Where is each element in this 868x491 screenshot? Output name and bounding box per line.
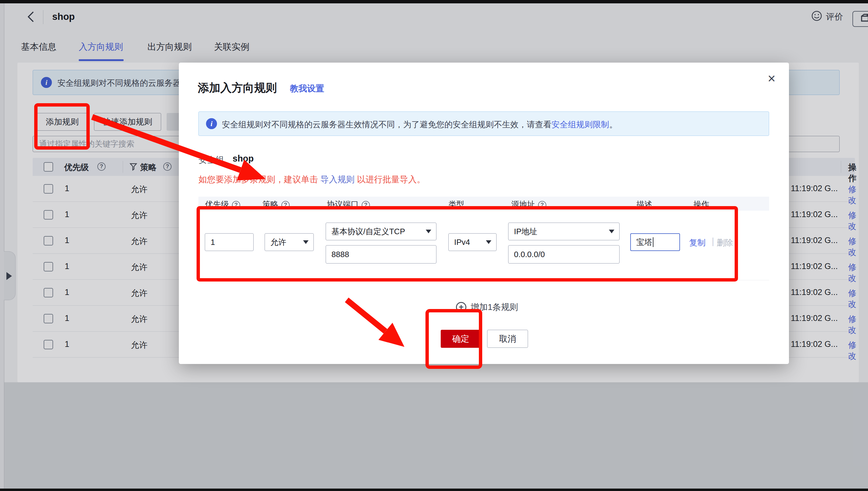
warning-prefix: 如您要添加多条规则，建议单击	[198, 175, 320, 184]
multi-rule-warning: 如您要添加多条规则，建议单击 导入规则 以进行批量导入。	[198, 174, 426, 185]
screen: shop 评价 基本信息 入方向规则 出方向规则 关联实例 i 安全组规则对不同…	[0, 0, 868, 491]
security-group-label: 安全组	[198, 154, 224, 166]
dialog-info-banner: i 安全组规则对不同规格的云服务器生效情况不同，为了避免您的安全组规则不生效，请…	[198, 111, 769, 136]
dialog-banner-suffix: 。	[609, 120, 617, 129]
dialog-title: 添加入方向规则	[198, 80, 277, 95]
warning-suffix: 以进行批量导入。	[355, 175, 426, 184]
cancel-button[interactable]: 取消	[487, 330, 528, 348]
teach-me-link[interactable]: 教我设置	[290, 83, 324, 94]
import-rules-link[interactable]: 导入规则	[320, 175, 355, 184]
info-icon: i	[206, 118, 217, 129]
sg-rule-limit-link[interactable]: 安全组规则限制	[552, 120, 609, 129]
close-icon[interactable]: ×	[764, 70, 779, 86]
annotation-box-ok-button	[426, 309, 482, 369]
dialog-banner-text: 安全组规则对不同规格的云服务器生效情况不同，为了避免您的安全组规则不生效，请查看	[222, 120, 552, 129]
annotation-box-add-rule	[34, 103, 90, 150]
annotation-box-form-row	[196, 206, 738, 282]
security-group-value: shop	[232, 153, 254, 164]
